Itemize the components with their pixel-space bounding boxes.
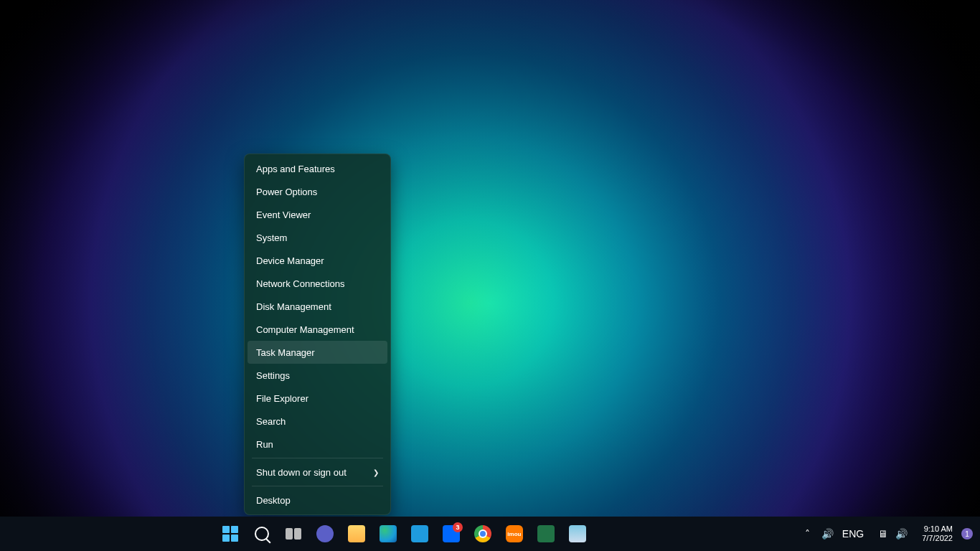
- taskbar-task-view-button[interactable]: [279, 519, 308, 548]
- network-icon: 🖥: [878, 528, 888, 540]
- winx-item-shut-down-or-sign-out[interactable]: Shut down or sign out❯: [248, 461, 387, 484]
- winx-item-file-explorer[interactable]: File Explorer: [248, 387, 387, 410]
- winx-item-event-viewer[interactable]: Event Viewer: [248, 203, 387, 226]
- speaker-icon[interactable]: 🔊: [821, 528, 834, 540]
- chevron-right-icon: ❯: [373, 468, 379, 476]
- taskbar-search-button[interactable]: [248, 519, 276, 548]
- winx-item-label: System: [256, 232, 287, 243]
- taskbar-teams-button[interactable]: [311, 519, 339, 548]
- winx-item-label: Apps and Features: [256, 164, 335, 174]
- winx-item-settings[interactable]: Settings: [248, 364, 387, 387]
- language-indicator[interactable]: ENG: [842, 528, 864, 540]
- winx-context-menu: Apps and FeaturesPower OptionsEvent View…: [244, 154, 391, 515]
- winx-item-run[interactable]: Run: [248, 433, 387, 456]
- winx-item-label: Network Connections: [256, 278, 345, 289]
- chrome-icon: [474, 525, 491, 542]
- menu-separator: [252, 486, 383, 486]
- taskbar-start-button[interactable]: [216, 519, 245, 548]
- winx-item-label: Search: [256, 416, 286, 427]
- system-tray: ˄ 🔊 ENG 🖥 🔊 9:10 AM 7/7/2022 1: [802, 519, 980, 548]
- notification-badge: 3: [453, 522, 463, 532]
- gallery-icon: [569, 525, 586, 542]
- winx-item-label: Power Options: [256, 187, 317, 197]
- teams-icon: [316, 525, 334, 542]
- winx-item-desktop[interactable]: Desktop: [248, 489, 387, 512]
- speaker-icon: 🔊: [895, 528, 908, 540]
- winx-item-power-options[interactable]: Power Options: [248, 180, 387, 203]
- winx-item-search[interactable]: Search: [248, 410, 387, 433]
- start-icon: [222, 526, 238, 542]
- taskbar-chrome-button[interactable]: [468, 519, 497, 548]
- taskbar: 3imou ˄ 🔊 ENG 🖥 🔊 9:10 AM 7/7/2022 1: [0, 517, 980, 551]
- winx-item-label: File Explorer: [256, 393, 308, 404]
- search-icon: [255, 527, 269, 541]
- winx-item-apps-and-features[interactable]: Apps and Features: [248, 157, 387, 180]
- clock-button[interactable]: 9:10 AM 7/7/2022: [922, 524, 953, 542]
- taskbar-file-explorer-button[interactable]: [342, 519, 371, 548]
- taskbar-microsoft-store-button[interactable]: [405, 519, 434, 548]
- taskbar-zalo-button[interactable]: 3: [437, 519, 466, 548]
- excel-icon: [537, 525, 555, 542]
- winx-item-label: Run: [256, 439, 273, 450]
- chevron-up-icon: ˄: [805, 528, 810, 540]
- winx-item-disk-management[interactable]: Disk Management: [248, 295, 387, 318]
- edge-icon: [380, 525, 397, 542]
- taskbar-imou-button[interactable]: imou: [500, 519, 529, 548]
- winx-item-system[interactable]: System: [248, 226, 387, 249]
- file-explorer-icon: [348, 525, 365, 542]
- tray-overflow-button[interactable]: ˄: [802, 519, 813, 548]
- notification-center-button[interactable]: 1: [961, 528, 973, 540]
- winx-item-label: Settings: [256, 370, 290, 381]
- winx-item-label: Shut down or sign out: [256, 467, 347, 478]
- winx-item-label: Device Manager: [256, 255, 324, 266]
- winx-item-label: Event Viewer: [256, 209, 311, 220]
- winx-item-network-connections[interactable]: Network Connections: [248, 272, 387, 295]
- menu-separator: [252, 458, 383, 458]
- winx-item-computer-management[interactable]: Computer Management: [248, 318, 387, 341]
- winx-item-device-manager[interactable]: Device Manager: [248, 249, 387, 272]
- winx-item-label: Task Manager: [256, 347, 315, 358]
- taskbar-excel-button[interactable]: [532, 519, 560, 548]
- desktop[interactable]: Apps and FeaturesPower OptionsEvent View…: [0, 0, 980, 551]
- quick-settings-button[interactable]: 🖥 🔊: [872, 525, 913, 542]
- taskbar-gallery-button[interactable]: [563, 519, 592, 548]
- store-icon: [411, 525, 428, 542]
- imou-icon: imou: [506, 525, 523, 542]
- taskbar-edge-button[interactable]: [374, 519, 402, 548]
- clock-date: 7/7/2022: [922, 534, 953, 543]
- winx-item-task-manager[interactable]: Task Manager: [248, 341, 387, 364]
- clock-time: 9:10 AM: [922, 524, 953, 534]
- taskbar-pinned-apps: 3imou: [6, 519, 802, 548]
- winx-item-label: Desktop: [256, 495, 291, 506]
- winx-item-label: Computer Management: [256, 324, 354, 335]
- zalo-icon: 3: [443, 525, 460, 542]
- task-view-icon: [286, 528, 301, 540]
- winx-item-label: Disk Management: [256, 301, 331, 312]
